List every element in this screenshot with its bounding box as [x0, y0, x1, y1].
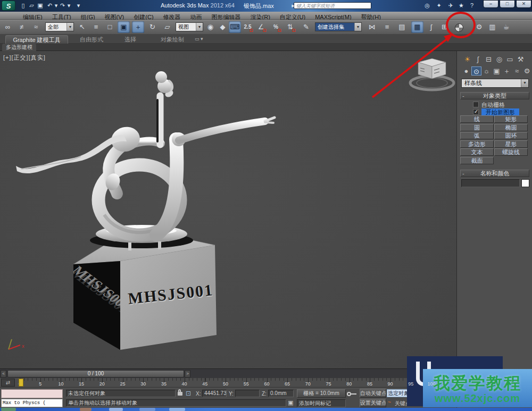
space-warps-icon[interactable]: ≈ [512, 66, 522, 76]
unlink-selection-icon[interactable]: ≠ [15, 21, 28, 33]
curve-editor-icon[interactable]: ʃ [425, 21, 437, 33]
helpers-icon[interactable]: ＋ [502, 66, 512, 76]
set-key-button[interactable]: 设置关键点 [360, 399, 386, 407]
workspace-dropdown-icon[interactable]: ▾ [74, 2, 82, 10]
display-tab-icon[interactable]: ▭ [505, 55, 515, 64]
shape-button-10[interactable]: 截面 [460, 157, 494, 164]
selection-lock-icon[interactable] [178, 392, 182, 396]
start-new-shape-checkbox[interactable] [473, 109, 479, 115]
y-coordinate-field[interactable] [235, 390, 260, 397]
shape-button-3[interactable]: 椭圆 [494, 124, 528, 131]
communication-center-icon[interactable]: ✦ [434, 2, 444, 10]
auto-key-button[interactable]: 自动关键点 [360, 389, 386, 398]
use-pivot-center-icon[interactable]: ◉ [204, 21, 217, 33]
search-input[interactable]: 键入关键字或短语 [294, 2, 371, 9]
angle-snap-icon[interactable]: ∠Ω [255, 21, 267, 33]
render-setup-icon[interactable]: ⚙ [473, 21, 485, 33]
ribbon-minimize-icon[interactable]: ▭ ▾ [195, 36, 206, 42]
open-mini-curve-editor-icon[interactable]: ⇄ [1, 379, 15, 387]
shape-button-8[interactable]: 文本 [460, 148, 494, 156]
name-color-rollout-header[interactable]: - 名称和颜色 [460, 170, 529, 177]
align-icon[interactable]: ≡ [381, 21, 393, 33]
ribbon-toggle-icon[interactable]: ▦ [411, 21, 423, 33]
object-name-field[interactable] [461, 179, 520, 187]
systems-icon[interactable]: ⚙ [522, 66, 532, 76]
app-logo[interactable]: S [2, 1, 15, 11]
search-expand-icon[interactable]: ▸ [288, 2, 298, 10]
utilities-tab-icon[interactable]: ⚒ [516, 55, 526, 64]
mirror-icon[interactable]: ⋈ [366, 21, 378, 33]
edit-named-sets-icon[interactable]: ✎ [300, 21, 312, 33]
viewport[interactable]: MHSJS001 MHSJS001 MHSJS001 MHSJS001 [0, 51, 456, 368]
new-file-icon[interactable]: ▯ [19, 2, 27, 10]
open-file-icon[interactable]: ▱ [28, 2, 36, 10]
reference-coordinate-dropdown[interactable]: 视图▼ [176, 22, 203, 31]
z-coordinate-field[interactable]: 0.0mm [268, 390, 294, 397]
x-coordinate-field[interactable]: 44451.734 [202, 390, 227, 397]
close-button[interactable]: ✕ [516, 0, 531, 8]
object-color-swatch[interactable] [521, 179, 529, 187]
shape-button-2[interactable]: 圆 [460, 124, 494, 131]
modify-tab-icon[interactable]: ∫ [473, 55, 483, 64]
redo-dropdown-icon[interactable]: ▾ [65, 2, 73, 10]
named-sets-dropdown-arrow[interactable]: ▼ [354, 23, 361, 31]
ribbon-subtab-poly-modeling[interactable]: 多边形建模 [2, 44, 36, 51]
lights-icon[interactable]: ☼ [481, 66, 492, 76]
bind-to-space-warp-icon[interactable]: ≈ [30, 21, 42, 33]
object-type-rollout-header[interactable]: - 对象类型 [460, 92, 529, 99]
cameras-icon[interactable]: ▣ [492, 66, 502, 76]
select-and-link-icon[interactable]: ∞ [2, 21, 14, 33]
shape-button-6[interactable]: 多边形 [460, 140, 494, 148]
shape-button-1[interactable]: 矩形 [494, 115, 528, 123]
key-filters-icon[interactable]: ~ [388, 399, 391, 405]
viewport-label[interactable]: [+][正交][真实] [3, 54, 46, 62]
named-sets-dropdown[interactable]: 创建选择集▼ [315, 22, 362, 31]
material-editor-icon[interactable] [453, 21, 465, 33]
shape-category-dropdown[interactable]: 样条线 ▼ [461, 79, 529, 88]
select-by-name-icon[interactable]: ≡ [90, 21, 102, 33]
ribbon-tab-3[interactable]: 对象绘制 [151, 35, 194, 44]
favorites-star-icon[interactable]: ★ [456, 2, 466, 10]
save-file-icon[interactable]: ▣ [36, 2, 44, 10]
select-and-manipulate-icon[interactable]: ◆ [217, 21, 229, 33]
rendered-frame-icon[interactable]: ▥ [486, 21, 498, 33]
subscription-icon[interactable]: ✈ [446, 2, 455, 10]
snap-toggle-25-icon[interactable]: 2.5Ω [242, 21, 254, 33]
viewcube-gizmo[interactable] [410, 58, 454, 90]
shape-button-4[interactable]: 弧 [460, 132, 494, 139]
search-icon[interactable]: ◎ [422, 2, 432, 10]
time-marker[interactable] [19, 379, 23, 387]
reference-coordinate-dropdown-arrow[interactable]: ▼ [196, 23, 203, 31]
rectangular-selection-icon[interactable]: □ [104, 21, 116, 33]
maxscript-mini-listener[interactable]: Max to Physcs ( [1, 399, 63, 407]
select-and-move-icon[interactable]: ＋ [132, 21, 144, 33]
select-and-rotate-icon[interactable]: ↻ [146, 21, 159, 33]
maxscript-mini-recorder[interactable] [1, 389, 63, 398]
selection-filter-dropdown-arrow[interactable]: ▼ [66, 23, 73, 31]
maximize-button[interactable]: □ [500, 0, 515, 8]
ribbon-tab-1[interactable]: 自由形式 [72, 35, 111, 44]
motion-tab-icon[interactable]: ◎ [494, 55, 504, 64]
minimize-button[interactable]: – [483, 0, 498, 8]
select-and-scale-icon[interactable]: ▱ [161, 21, 173, 33]
shape-button-0[interactable]: 线 [460, 115, 494, 123]
absolute-mode-icon[interactable]: ⊡ [186, 390, 191, 397]
layer-manager-icon[interactable]: ▤ [396, 21, 408, 33]
grid-setting[interactable]: 栅格 = 10.0mm [297, 389, 346, 398]
shape-button-9[interactable]: 螺旋线 [494, 148, 528, 156]
autogrid-checkbox[interactable] [473, 102, 479, 107]
prev-frame-button[interactable]: < [1, 370, 6, 378]
shape-button-5[interactable]: 圆环 [494, 132, 528, 139]
render-production-icon[interactable]: ☕ [500, 21, 512, 33]
keyboard-override-icon[interactable]: ⌨ [229, 21, 241, 33]
schematic-view-icon[interactable]: ⊞ [438, 21, 451, 33]
window-crossing-icon[interactable]: ▣ [118, 21, 130, 33]
percent-snap-icon[interactable]: %Ω [270, 21, 282, 33]
track-bar[interactable]: 0510152025303540455055606570758085909510… [0, 378, 456, 388]
shapes-icon[interactable]: ⊙ [471, 66, 481, 76]
create-tab-icon[interactable]: ☀ [462, 55, 472, 64]
time-slider-handle[interactable]: 0 / 100 [7, 370, 184, 378]
help-icon[interactable]: ? [467, 2, 477, 10]
hierarchy-tab-icon[interactable]: ⊟ [484, 55, 494, 64]
selection-filter-dropdown[interactable]: 全部▼ [45, 22, 74, 31]
